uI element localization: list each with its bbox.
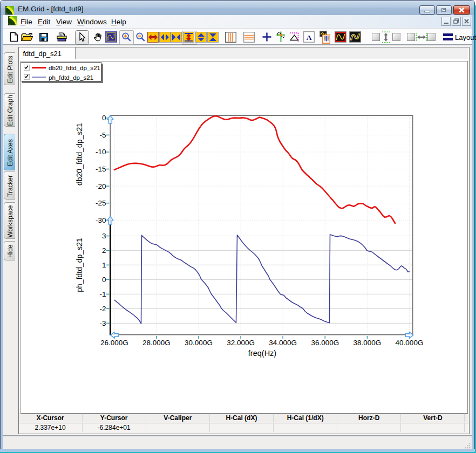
svg-text:-3: -3: [99, 319, 106, 327]
svg-text:28.000G: 28.000G: [142, 339, 171, 347]
svg-text:3: 3: [102, 232, 106, 240]
svg-text:-15: -15: [96, 165, 106, 173]
svg-text:-2: -2: [99, 305, 106, 313]
svg-text:36.000G: 36.000G: [311, 339, 339, 347]
svg-text:2: 2: [102, 246, 106, 255]
svg-text:34.000G: 34.000G: [269, 339, 297, 347]
svg-text:40.000G: 40.000G: [396, 339, 424, 347]
svg-text:1: 1: [102, 261, 106, 269]
svg-text:26.000G: 26.000G: [100, 339, 128, 347]
svg-text:30.000G: 30.000G: [185, 339, 213, 347]
svg-text:-10: -10: [96, 148, 106, 156]
svg-text:ph_fdtd_dp_s21: ph_fdtd_dp_s21: [75, 238, 84, 292]
svg-text:0: 0: [102, 114, 106, 122]
svg-text:-25: -25: [96, 199, 106, 207]
svg-text:-5: -5: [99, 131, 106, 139]
svg-text:-20: -20: [96, 182, 106, 190]
svg-text:db20_fdtd_dp_s21: db20_fdtd_dp_s21: [75, 123, 84, 186]
svg-text:38.000G: 38.000G: [353, 339, 382, 347]
svg-text:freq(Hz): freq(Hz): [248, 349, 276, 358]
svg-text:-1: -1: [99, 290, 106, 298]
svg-text:A: A: [307, 33, 312, 42]
svg-text:0: 0: [102, 276, 106, 284]
svg-text:-30: -30: [96, 216, 106, 224]
svg-text:32.000G: 32.000G: [227, 339, 255, 347]
